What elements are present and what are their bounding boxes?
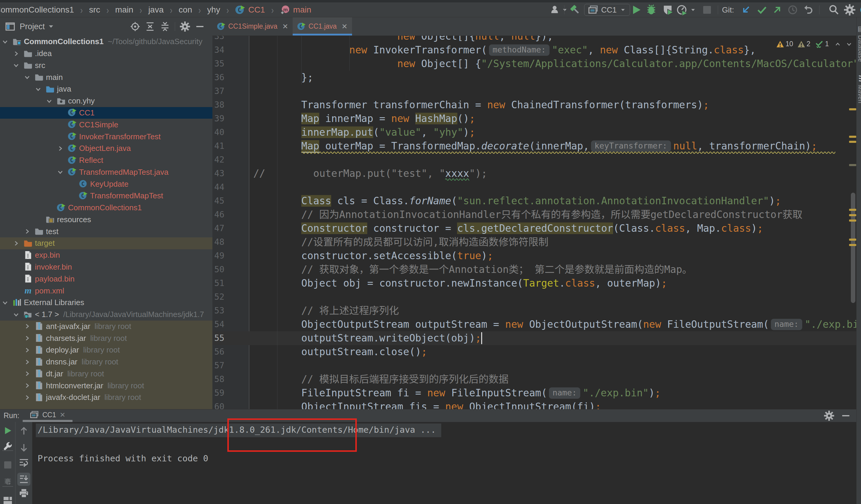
tree-item-dnsns.jar[interactable]: dnsns.jarlibrary root <box>0 356 213 368</box>
tree-item-javafx-doclet.jar[interactable]: javafx-doclet.jarlibrary root <box>0 392 213 404</box>
tree-item-KeyUpdate[interactable]: CKeyUpdate <box>0 178 213 190</box>
expand-arrow-icon[interactable] <box>56 145 64 152</box>
stripe-mark[interactable] <box>849 239 856 241</box>
git-update-icon[interactable] <box>740 4 752 15</box>
tree-item-exp.bin[interactable]: exp.bin <box>0 249 213 261</box>
code-line-54[interactable]: ObjectOutputStream outputStream = new Ob… <box>301 318 856 331</box>
stripe-mark[interactable] <box>849 244 856 246</box>
line-number-56[interactable]: 56 <box>213 345 224 359</box>
line-number-53[interactable]: 53 <box>213 304 224 318</box>
code-line-48[interactable]: //设置所有的成员都可以访问,取消构造函数修饰符限制 <box>301 235 548 249</box>
code-line-46[interactable]: // 因为AnnotationInvocationHandler只有个私有的有参… <box>301 208 803 222</box>
stripe-mark[interactable] <box>849 136 856 138</box>
warnings-count[interactable]: 10 <box>776 40 793 48</box>
collapse-arrow-icon[interactable] <box>1 299 9 307</box>
hide-panel-icon[interactable] <box>841 411 851 421</box>
history-icon[interactable] <box>787 4 798 15</box>
line-number-55[interactable]: 55 <box>213 331 224 345</box>
code-line-49[interactable]: constructor.setAccessible(true); <box>301 249 493 263</box>
edit-configuration-wrench-icon[interactable] <box>3 441 13 451</box>
run-tab-cc1[interactable]: CC1 ✕ <box>23 409 72 420</box>
tree-item-CC1Simple[interactable]: CCC1Simple <box>0 119 213 131</box>
maven-icon[interactable]: m <box>857 75 861 82</box>
weak-warnings-count[interactable]: 2 <box>797 40 810 48</box>
line-number-51[interactable]: 51 <box>213 277 224 290</box>
tree-item-resources[interactable]: resources <box>0 214 213 226</box>
tree-item-< 1.7 >[interactable]: < 1.7 >/Library/Java/JavaVirtualMachines… <box>0 309 213 321</box>
code-line-40[interactable]: innerMap.put("value", "yhy"); <box>301 126 475 139</box>
tree-item-deploy.jar[interactable]: deploy.jarlibrary root <box>0 344 213 356</box>
line-number-48[interactable]: 48 <box>213 235 224 249</box>
line-number-37[interactable]: 37 <box>213 84 224 98</box>
maven-label[interactable]: Maven <box>857 85 861 103</box>
tree-item-ObjectLen.java[interactable]: CObjectLen.java <box>0 142 213 154</box>
line-number-44[interactable]: 44 <box>213 180 224 194</box>
expand-arrow-icon[interactable] <box>23 358 31 366</box>
line-number-49[interactable]: 49 <box>213 249 224 263</box>
tree-item-charsets.jar[interactable]: charsets.jarlibrary root <box>0 332 213 344</box>
tree-item-htmlconverter.jar[interactable]: htmlconverter.jarlibrary root <box>0 380 213 392</box>
inspections-widget[interactable]: 1021 <box>776 40 853 48</box>
collapse-all-icon[interactable] <box>160 22 170 32</box>
code-line-50[interactable]: // 获取对象，第一个参数是一个Annotation类； 第二个是参数就是前面构… <box>301 263 692 277</box>
code-line-45[interactable]: Class cls = Class.forName("sun.reflect.a… <box>301 194 781 208</box>
editor-gutter[interactable]: 3334353637383940414243444546474849505152… <box>213 36 249 409</box>
stripe-mark[interactable] <box>849 141 856 143</box>
close-icon[interactable]: ✕ <box>60 411 65 419</box>
restore-layout-icon[interactable] <box>3 495 13 504</box>
user-icon[interactable] <box>549 4 568 16</box>
stripe-mark[interactable] <box>849 209 856 211</box>
tree-item-dt.jar[interactable]: dt.jarlibrary root <box>0 368 213 380</box>
ok-count[interactable]: 1 <box>815 40 829 48</box>
line-number-47[interactable]: 47 <box>213 222 224 235</box>
tree-item-External Libraries[interactable]: External Libraries <box>0 297 213 309</box>
expand-arrow-icon[interactable] <box>23 394 31 402</box>
rollback-icon[interactable] <box>802 4 814 16</box>
debug-button[interactable] <box>645 2 657 17</box>
expand-arrow-icon[interactable] <box>23 370 31 378</box>
next-warning-icon[interactable] <box>846 41 853 48</box>
expand-arrow-icon[interactable] <box>23 382 31 390</box>
code-line-56[interactable]: outputStream.close(); <box>301 345 427 359</box>
code-line-47[interactable]: Constructor constructor = cls.getDeclare… <box>301 222 763 235</box>
run-button[interactable] <box>631 2 642 17</box>
scroll-to-end-icon[interactable] <box>17 473 30 486</box>
stripe-mark[interactable] <box>849 108 856 110</box>
line-number-46[interactable]: 46 <box>213 208 224 222</box>
stripe-mark[interactable] <box>849 214 856 216</box>
expand-arrow-icon[interactable] <box>23 322 31 330</box>
run-configuration-selector[interactable]: CC1 <box>584 4 630 16</box>
code-line-53[interactable]: // 将上述过程序列化 <box>301 304 399 318</box>
line-number-42[interactable]: 42 <box>213 153 224 167</box>
line-number-35[interactable]: 35 <box>213 57 224 71</box>
line-number-58[interactable]: 58 <box>213 373 224 386</box>
profiler-button[interactable] <box>676 2 696 17</box>
tree-item-src[interactable]: src <box>0 60 213 72</box>
tree-item-ant-javafx.jar[interactable]: ant-javafx.jarlibrary root <box>0 321 213 333</box>
project-settings-gear-icon[interactable] <box>180 22 190 32</box>
tree-item-Reflect[interactable]: CReflect <box>0 154 213 166</box>
tree-item-test[interactable]: test <box>0 225 213 237</box>
expand-arrow-icon[interactable] <box>23 227 31 235</box>
collapse-arrow-icon[interactable] <box>23 73 31 81</box>
collapse-arrow-icon[interactable] <box>12 61 20 69</box>
close-icon[interactable]: ✕ <box>342 23 347 31</box>
separator-line[interactable] <box>2 486 13 487</box>
code-line-36[interactable]: }; <box>301 71 313 84</box>
print-icon[interactable] <box>19 488 29 498</box>
line-number-43[interactable]: 43 <box>213 167 224 180</box>
tree-item-target[interactable]: target <box>0 237 213 249</box>
tree-item-invoker.bin[interactable]: invoker.bin <box>0 261 213 273</box>
expand-arrow-icon[interactable] <box>12 239 20 247</box>
ide-avatar-icon[interactable] <box>859 4 861 16</box>
tree-item-main[interactable]: main <box>0 71 213 83</box>
code-line-35[interactable]: new Object[] {"/System/Applications/Calc… <box>397 57 856 71</box>
expand-arrow-icon[interactable] <box>23 346 31 354</box>
tree-item-InvokerTransformerTest[interactable]: CInvokerTransformerTest <box>0 131 213 142</box>
locate-file-icon[interactable] <box>130 22 140 32</box>
close-icon[interactable]: ✕ <box>282 23 288 31</box>
collapse-arrow-icon[interactable] <box>56 168 64 176</box>
git-push-icon[interactable] <box>771 4 783 15</box>
settings-gear-icon[interactable] <box>844 4 855 15</box>
tree-item-con.yhy[interactable]: con.yhy <box>0 95 213 107</box>
